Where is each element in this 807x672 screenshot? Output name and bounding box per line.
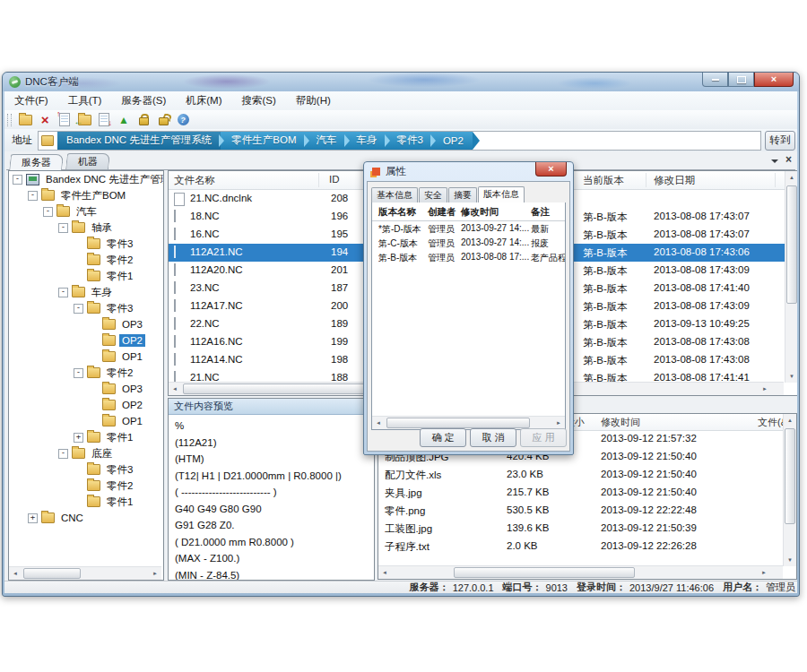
scroll-left-icon[interactable]: ◄ [9, 567, 22, 580]
column-header-note[interactable]: 备注 [531, 206, 550, 219]
tree-item-OP1[interactable]: OP1 [9, 413, 163, 429]
tree-horizontal-scrollbar[interactable]: ◄ ► [9, 566, 161, 580]
toolbar-lock-button[interactable] [134, 112, 152, 128]
tree-item-轴承[interactable]: -轴承 [9, 220, 163, 236]
tree-item-OP2[interactable]: OP2 [9, 332, 163, 349]
menu-item-搜索(S)[interactable]: 搜索(S) [231, 92, 285, 109]
dialog-tab-版本信息[interactable]: 版本信息 [478, 186, 525, 203]
scroll-right-icon[interactable]: ► [149, 567, 161, 580]
attachment-row-配刀文件.xls[interactable]: 配刀文件.xls23.0 KB2013-09-12 21:50:40 [378, 466, 783, 484]
title-bar[interactable]: DNC客户端 × [3, 73, 799, 91]
tree-item-零件3[interactable]: -零件3 [9, 300, 163, 316]
expander-minus-icon[interactable]: - [28, 191, 38, 201]
dialog-close-button[interactable]: × [535, 162, 567, 177]
menu-item-服务器(S)[interactable]: 服务器(S) [111, 92, 176, 109]
column-header-creator[interactable]: 创建者 [428, 206, 456, 219]
minimize-button[interactable] [702, 73, 728, 87]
dialog-tab-摘要[interactable]: 摘要 [448, 187, 477, 202]
chevron-down-icon[interactable] [771, 159, 778, 163]
version-row-第-C-版本[interactable]: 第-C-版本管理员2013-09-27 14:...报废 [372, 237, 565, 251]
column-header-id[interactable]: ID [329, 174, 340, 185]
tree-item-汽车[interactable]: -汽车 [9, 203, 163, 220]
toolbar-delete-button[interactable]: × [36, 112, 54, 128]
tree-item-OP2[interactable]: OP2 [9, 397, 163, 413]
tree-item-零件3[interactable]: 零件3 [9, 461, 163, 478]
go-button[interactable]: 转到 [765, 131, 795, 151]
scroll-left-icon[interactable]: ◄ [169, 383, 181, 395]
scrollbar-thumb[interactable] [785, 428, 795, 524]
tree-item-零件1[interactable]: 零件1 [9, 268, 163, 284]
breadcrumb-segment[interactable]: OP2 [434, 132, 473, 150]
scroll-left-icon[interactable]: ◄ [378, 566, 391, 579]
panel-close-icon[interactable]: × [785, 154, 792, 165]
toolbar-upload-button[interactable]: ▲ [115, 112, 133, 128]
dialog-title-bar[interactable]: 属性 × [364, 162, 573, 181]
tree-item-零件1[interactable]: 零件1 [9, 494, 163, 510]
dialog-button-取消[interactable]: 取 消 [470, 428, 516, 447]
attachment-row-零件.png[interactable]: 零件.png530.5 KB2013-09-12 22:22:48 [378, 502, 783, 520]
toolbar-unlock-button[interactable] [154, 112, 172, 128]
scroll-left-icon[interactable]: ◄ [372, 417, 385, 429]
scroll-up-icon[interactable]: ▲ [785, 171, 797, 184]
dialog-tab-安全[interactable]: 安全 [419, 187, 447, 202]
toolbar-help-button[interactable]: ? [174, 112, 192, 128]
attachments-vertical-scrollbar[interactable]: ▲ ▼ [783, 414, 796, 566]
scroll-right-icon[interactable]: ► [758, 566, 770, 579]
attachment-row-夹具.jpg[interactable]: 夹具.jpg215.7 KB2013-09-12 21:50:40 [378, 484, 783, 502]
close-button[interactable]: × [754, 73, 794, 87]
maximize-button[interactable] [728, 73, 754, 87]
toolbar-checkout-button[interactable]: ↓ [95, 112, 113, 128]
toolbar-import-button[interactable]: ← [75, 112, 93, 128]
expander-minus-icon[interactable]: - [13, 175, 22, 185]
expander-plus-icon[interactable]: + [74, 433, 83, 443]
expander-minus-icon[interactable]: - [58, 288, 68, 297]
scroll-down-icon[interactable]: ▼ [785, 370, 797, 383]
tree-item-Bandex DNC 先进生产管理系统[interactable]: -Bandex DNC 先进生产管理系统 [9, 171, 163, 187]
tree-item-零件1[interactable]: +零件1 [9, 429, 163, 445]
attachments-horizontal-scrollbar[interactable]: ◄ ► [378, 565, 783, 579]
tree-item-OP3[interactable]: OP3 [9, 381, 163, 397]
tree-item-零件2[interactable]: -零件2 [9, 365, 163, 381]
dialog-button-确定[interactable]: 确 定 [420, 428, 466, 447]
toolbar-checkin-button[interactable]: ↑ [56, 112, 74, 128]
address-field[interactable]: Bandex DNC 先进生产管理系统零件生产BOM汽车车身零件3OP2 [38, 131, 761, 151]
breadcrumb-segment[interactable]: Bandex DNC 先进生产管理系统 [57, 132, 221, 150]
expander-minus-icon[interactable]: - [58, 223, 68, 233]
column-header-version-name[interactable]: 版本名称 [378, 206, 416, 219]
scroll-down-icon[interactable]: ▼ [784, 554, 796, 566]
scrollbar-thumb[interactable] [454, 567, 635, 578]
tree-item-零件3[interactable]: 零件3 [9, 236, 163, 252]
tree-item-OP3[interactable]: OP3 [9, 316, 163, 332]
menu-item-文件(F)[interactable]: 文件(F) [4, 92, 58, 109]
file-list-vertical-scrollbar[interactable]: ▲ ▼ [785, 171, 797, 383]
attachment-row-子程序.txt[interactable]: 子程序.txt2.0 KB2013-09-12 22:26:28 [378, 538, 783, 556]
scrollbar-thumb[interactable] [786, 185, 797, 304]
menu-item-机床(M)[interactable]: 机床(M) [176, 92, 231, 109]
tab-服务器[interactable]: 服务器 [9, 154, 64, 171]
menu-item-帮助(H)[interactable]: 帮助(H) [286, 92, 341, 109]
tree-item-OP1[interactable]: OP1 [9, 349, 163, 365]
tree-item-车身[interactable]: -车身 [9, 284, 163, 300]
version-row-*第-D-版本[interactable]: *第-D-版本管理员2013-09-27 14:...最新 [372, 222, 565, 237]
breadcrumb-segment[interactable]: 汽车 [308, 132, 346, 150]
scrollbar-thumb[interactable] [23, 568, 81, 579]
expander-minus-icon[interactable]: - [58, 449, 68, 459]
breadcrumb-segment[interactable]: 零件生产BOM [222, 132, 305, 150]
column-header-modified[interactable]: 修改时间 [461, 206, 499, 219]
tree-item-零件2[interactable]: 零件2 [9, 252, 163, 268]
tree-item-零件2[interactable]: 零件2 [9, 478, 163, 494]
column-header-date[interactable]: 修改日期 [654, 174, 695, 187]
tab-机器[interactable]: 机器 [65, 153, 110, 169]
attachment-row-工装图.jpg[interactable]: 工装图.jpg139.6 KB2013-09-12 21:50:39 [378, 520, 783, 538]
version-row-第-B-版本[interactable]: 第-B-版本管理员2013-08-08 17:...老产品程序 [372, 251, 565, 265]
breadcrumb-segment[interactable]: 零件3 [388, 132, 432, 150]
breadcrumb-segment[interactable]: 车身 [348, 132, 386, 150]
expander-minus-icon[interactable]: - [74, 368, 83, 378]
expander-plus-icon[interactable]: + [28, 513, 38, 523]
column-header-name[interactable]: 文件名称 [174, 174, 215, 187]
tree-item-底座[interactable]: -底座 [9, 445, 163, 461]
scroll-up-icon[interactable]: ▲ [784, 414, 796, 426]
column-header-time[interactable]: 修改时间 [601, 416, 640, 429]
toolbar-new-folder-button[interactable] [16, 112, 34, 128]
scrollbar-thumb[interactable] [386, 418, 530, 428]
